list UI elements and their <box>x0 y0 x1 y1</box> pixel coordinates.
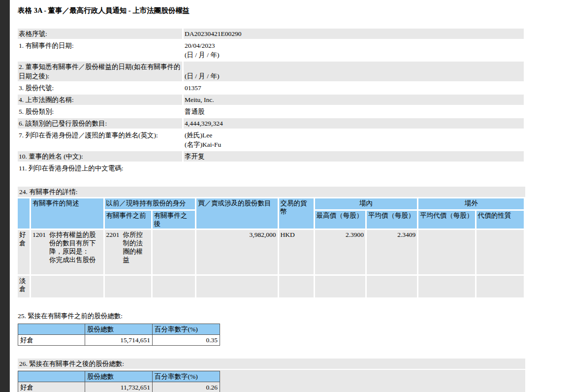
form-row-director-name-cn: 10. 董事的姓名 (中文): 李开复 <box>18 151 524 162</box>
header-percent: 百分率數字(%) <box>153 324 220 335</box>
header-capacity-after: 有關事件之後 <box>153 211 195 229</box>
shares-number-cell: 3,982,000 <box>196 230 277 274</box>
field-label: 2. 董事知悉有關事件／股份權益的日期(如在有關事件的日期之後): <box>18 62 182 81</box>
consideration-nature-cell <box>477 230 524 274</box>
header-consideration-nature: 代價的性質 <box>477 211 524 229</box>
field-label: 7. 列印在香港身份證／護照的董事的姓名(英文): <box>18 130 182 150</box>
header-off-market: 場外 <box>418 198 524 209</box>
disclosure-form-page: 表格 3A - 董事／最高行政人員通知 - 上市法團股份權益 表格序號: DA2… <box>10 0 572 392</box>
field-value: 4,444,329,324 <box>184 118 524 129</box>
header-avg-consideration: 平均代價（每股） <box>418 211 475 229</box>
avg-consideration-cell <box>418 230 475 274</box>
section-25-caption: 25. 緊接在有關事件之前的股份總數: <box>18 312 572 320</box>
before-total-table: 股份總數 百分率數字(%) 好倉 15,714,651 0.35 <box>18 324 220 346</box>
field-value: (姓氏)Lee (名字)Kai-Fu <box>184 130 524 150</box>
percent-value: 0.35 <box>153 335 220 346</box>
header-total-shares: 股份總數 <box>85 371 153 382</box>
page-title: 表格 3A - 董事／最高行政人員通知 - 上市法團股份權益 <box>18 6 572 15</box>
form-row-awareness-date: 2. 董事知悉有關事件／股份權益的日期(如在有關事件的日期之後): (日 / 月… <box>18 62 524 81</box>
header-capacity-group: 以前／現時持有股份的身分 <box>105 198 195 209</box>
field-label: 1. 有關事件的日期: <box>18 40 182 60</box>
highest-price-cell: 2.3900 <box>315 230 365 274</box>
field-label: 6. 該類別的已發行股份的數目: <box>18 118 182 129</box>
header-average-price: 平均價（每股） <box>367 211 417 229</box>
screen: 表格 3A - 董事／最高行政人員通知 - 上市法團股份權益 表格序號: DA2… <box>0 0 572 392</box>
field-value: (日 / 月 / 年) <box>184 62 524 81</box>
event-code: 1201 <box>32 230 46 264</box>
position-label: 好倉 <box>18 335 85 346</box>
before-total-header-row: 股份總數 百分率數字(%) <box>18 324 220 335</box>
header-currency: 交易的貨幣 <box>279 198 314 229</box>
field-value: DA20230421E00290 <box>184 29 524 39</box>
form-row-ccc-code: 11. 列印在香港身份證上的中文電碼: <box>18 163 524 173</box>
event-brief-cell: 1201 你持有權益的股份的數目有所下降，原因是： 你完成出售股份 <box>31 230 103 274</box>
header-on-market: 場內 <box>315 198 417 209</box>
position-label: 淡倉 <box>18 276 30 297</box>
form-row-stock-code: 3. 股份代號: 01357 <box>18 83 524 93</box>
field-value <box>184 163 524 173</box>
left-gutter <box>0 0 10 392</box>
position-column-header <box>18 324 85 335</box>
header-total-shares: 股份總數 <box>85 324 153 335</box>
after-total-table: 股份總數 百分率數字(%) 好倉 11,732,651 0.26 <box>18 371 220 392</box>
field-value: Meitu, Inc. <box>184 95 524 105</box>
position-column-header <box>18 198 30 229</box>
event-details-table: 有關事件的簡述 以前／現時持有股份的身分 買／賣或涉及的股份數目 交易的貨幣 場… <box>16 197 525 299</box>
header-percent: 百分率數字(%) <box>153 371 220 382</box>
capacity-after-cell <box>153 230 195 274</box>
average-price-cell: 2.3409 <box>367 230 417 274</box>
percent-value: 0.26 <box>153 382 220 392</box>
before-total-data-row: 好倉 15,714,651 0.35 <box>18 335 220 346</box>
field-label: 表格序號: <box>18 29 182 39</box>
section-24-caption: 24. 有關事件的詳情: <box>18 187 525 197</box>
field-label: 3. 股份代號: <box>18 83 182 93</box>
total-shares-value: 15,714,651 <box>85 335 153 346</box>
after-total-header-row: 股份總數 百分率數字(%) <box>18 371 220 382</box>
field-value: 普通股 <box>184 106 524 117</box>
header-capacity-before: 有關事件之前 <box>105 211 151 229</box>
form-row-director-name-en: 7. 列印在香港身份證／護照的董事的姓名(英文): (姓氏)Lee (名字)Ka… <box>18 130 524 150</box>
position-label: 好倉 <box>18 230 30 274</box>
capacity-text: 你所控制的法團的權益 <box>123 230 145 264</box>
header-shares-number: 買／賣或涉及的股份數目 <box>196 198 277 229</box>
field-value: 20/04/2023 (日 / 月 / 年) <box>184 40 524 60</box>
event-text: 你持有權益的股份的數目有所下降，原因是： 你完成出售股份 <box>49 230 96 264</box>
form-row-serial: 表格序號: DA20230421E00290 <box>18 29 524 39</box>
total-shares-value: 11,732,651 <box>85 382 153 392</box>
after-total-data-row: 好倉 11,732,651 0.26 <box>18 382 220 392</box>
form-row-event-date: 1. 有關事件的日期: 20/04/2023 (日 / 月 / 年) <box>18 40 524 60</box>
section-26-shaded-band: 股份總數 百分率數字(%) 好倉 11,732,651 0.26 <box>18 370 525 392</box>
header-highest-price: 最高價（每股） <box>315 211 365 229</box>
details-header-row-1: 有關事件的簡述 以前／現時持有股份的身分 買／賣或涉及的股份數目 交易的貨幣 場… <box>18 198 524 209</box>
form-row-issued-shares: 6. 該類別的已發行股份的數目: 4,444,329,324 <box>18 118 524 129</box>
currency-cell: HKD <box>279 230 314 274</box>
short-position-row: 淡倉 <box>18 276 524 297</box>
position-label: 好倉 <box>18 382 85 392</box>
header-event-brief: 有關事件的簡述 <box>31 198 103 229</box>
section-26-caption: 26. 緊接在有關事件之後的股份總數: <box>18 359 525 369</box>
field-label: 5. 股份類別: <box>18 106 182 117</box>
field-label: 4. 上市法團的名稱: <box>18 95 182 105</box>
form-row-corporation-name: 4. 上市法團的名稱: Meitu, Inc. <box>18 95 524 105</box>
field-value: 01357 <box>184 83 524 93</box>
capacity-before-cell: 2201 你所控制的法團的權益 <box>105 230 151 274</box>
position-column-header <box>18 371 85 382</box>
field-label: 11. 列印在香港身份證上的中文電碼: <box>18 163 182 173</box>
long-position-row: 好倉 1201 你持有權益的股份的數目有所下降，原因是： 你完成出售股份 220… <box>18 230 524 274</box>
form-row-share-class: 5. 股份類別: 普通股 <box>18 106 524 117</box>
capacity-code: 2201 <box>106 230 120 264</box>
form-fields-table: 表格序號: DA20230421E00290 1. 有關事件的日期: 20/04… <box>16 27 525 175</box>
field-value: 李开复 <box>184 151 524 162</box>
field-label: 10. 董事的姓名 (中文): <box>18 151 182 162</box>
